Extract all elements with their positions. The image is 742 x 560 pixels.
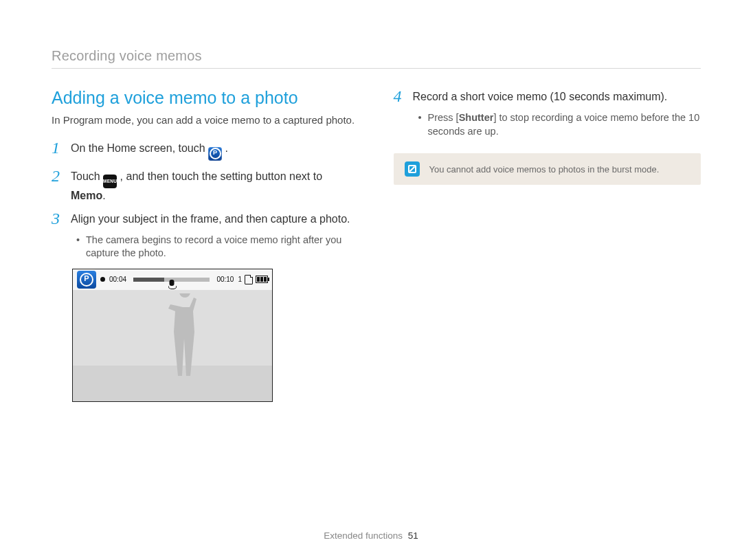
step-1: 1 On the Home screen, touch P .	[52, 139, 359, 161]
shutter-label: Shutter	[459, 112, 494, 123]
step-number: 3	[52, 210, 64, 227]
left-column: Adding a voice memo to a photo In Progra…	[52, 88, 359, 402]
breadcrumb: Recording voice memos	[52, 48, 701, 69]
elapsed-time: 00:04	[109, 276, 126, 283]
step-number: 4	[394, 88, 406, 104]
sub-bullet: Press [Shutter] to stop recording a voic…	[418, 111, 701, 138]
sub-text-pre: Press [	[428, 112, 459, 123]
sd-card-icon	[245, 275, 253, 284]
note-icon	[405, 161, 420, 177]
note-box: You cannot add voice memos to photos in …	[394, 153, 701, 185]
camera-status-right: 1	[238, 275, 268, 284]
step-body: Touch MENU , and then touch the setting …	[71, 168, 359, 203]
step-4: 4 Record a short voice memo (10 seconds …	[394, 88, 701, 104]
step-3: 3 Align your subject in the frame, and t…	[52, 210, 359, 227]
step-text-post: .	[102, 190, 105, 201]
step-text: On the Home screen, touch	[71, 142, 208, 154]
shot-count: 1	[238, 276, 242, 283]
sub-bullet: The camera begins to record a voice memo…	[76, 234, 359, 260]
step-body: On the Home screen, touch P .	[71, 139, 228, 161]
intro-text: In Program mode, you can add a voice mem…	[52, 113, 359, 127]
camera-preview: P 00:04 00:10 1	[72, 269, 273, 402]
microphone-icon	[169, 280, 174, 286]
p-mode-icon: P	[208, 147, 222, 161]
memo-label: Memo	[71, 190, 102, 201]
step-2: 2 Touch MENU , and then touch the settin…	[52, 168, 359, 203]
note-text: You cannot add voice memos to photos in …	[429, 164, 660, 175]
record-progress	[133, 278, 210, 282]
footer-section: Extended functions	[324, 530, 403, 541]
manual-page: Recording voice memos Adding a voice mem…	[0, 0, 742, 560]
right-column: 4 Record a short voice memo (10 seconds …	[394, 88, 701, 402]
page-number: 51	[408, 530, 418, 541]
step-text-post: .	[225, 142, 228, 154]
step-text-mid: , and then touch the setting button next…	[120, 170, 322, 182]
camera-top-bar: P 00:04 00:10 1	[73, 269, 272, 290]
step-body: Record a short voice memo (10 seconds ma…	[413, 88, 668, 104]
page-footer: Extended functions 51	[0, 530, 742, 541]
step-text: Touch	[71, 170, 103, 182]
section-heading: Adding a voice memo to a photo	[52, 88, 359, 108]
person-silhouette-icon	[162, 293, 210, 376]
total-time: 00:10	[216, 276, 234, 283]
step-number: 2	[52, 168, 64, 184]
p-mode-badge-icon: P	[77, 271, 96, 289]
progress-fill	[133, 278, 164, 282]
step-body: Align your subject in the frame, and the…	[71, 210, 350, 227]
menu-icon: MENU	[103, 175, 117, 188]
step-3-sub: The camera begins to record a voice memo…	[76, 234, 359, 260]
battery-icon	[256, 276, 268, 283]
step-number: 1	[52, 139, 64, 156]
step-4-sub: Press [Shutter] to stop recording a voic…	[418, 111, 701, 138]
record-dot-icon	[100, 277, 105, 282]
